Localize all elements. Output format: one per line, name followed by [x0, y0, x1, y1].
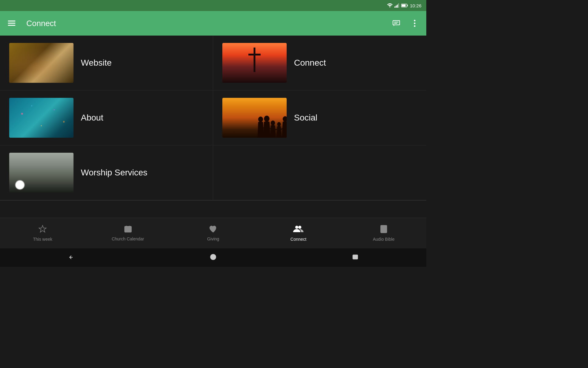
svg-point-39	[210, 254, 216, 260]
svg-rect-0	[394, 6, 395, 8]
app-bar-title: Connect	[26, 19, 385, 28]
book-icon	[380, 225, 387, 235]
worship-image	[9, 153, 74, 193]
more-button[interactable]	[409, 18, 420, 29]
nav-item-connect[interactable]: Connect	[256, 222, 341, 244]
svg-rect-9	[8, 25, 15, 26]
svg-rect-8	[8, 23, 15, 24]
back-button[interactable]	[68, 254, 74, 262]
social-menu-item[interactable]: Social	[213, 90, 426, 145]
status-bar: 10:26	[0, 0, 426, 11]
svg-rect-10	[393, 21, 400, 25]
chat-button[interactable]	[391, 18, 402, 29]
svg-point-21	[283, 116, 287, 122]
svg-point-19	[271, 121, 275, 125]
battery-icon	[401, 4, 408, 7]
svg-point-34	[298, 226, 301, 229]
website-menu-item[interactable]: Website	[0, 36, 213, 90]
social-image	[222, 98, 287, 138]
svg-rect-6	[407, 5, 408, 6]
connect-menu-item[interactable]: Connect	[213, 36, 426, 90]
svg-point-20	[277, 122, 281, 126]
about-menu-item[interactable]: About	[0, 90, 213, 145]
svg-rect-30	[126, 229, 127, 230]
connect-label: Connect	[294, 58, 326, 68]
wifi-icon	[387, 3, 393, 8]
svg-rect-5	[402, 5, 406, 7]
app-bar: Connect	[0, 11, 426, 36]
home-button[interactable]	[210, 254, 217, 262]
about-image	[9, 98, 74, 138]
nav-label-connect: Connect	[290, 237, 306, 242]
worship-menu-item[interactable]: Worship Services	[0, 145, 213, 200]
svg-point-17	[258, 117, 263, 122]
nav-item-church-calendar[interactable]: Church Calendar	[85, 223, 170, 244]
svg-rect-32	[126, 231, 127, 232]
more-icon	[414, 20, 416, 27]
nav-item-audio-bible[interactable]: Audio Bible	[341, 222, 426, 244]
svg-rect-40	[353, 255, 358, 259]
star-icon	[38, 225, 47, 235]
nav-label-church-calendar: Church Calendar	[112, 236, 144, 241]
svg-rect-13	[393, 21, 400, 25]
app-bar-actions	[391, 18, 420, 29]
svg-point-15	[414, 23, 416, 24]
svg-rect-7	[8, 21, 15, 21]
connect-image	[222, 43, 287, 83]
svg-rect-3	[398, 3, 399, 8]
signal-icon	[394, 3, 399, 8]
svg-point-14	[414, 20, 416, 21]
menu-button[interactable]	[6, 18, 17, 29]
worship-label: Worship Services	[81, 168, 147, 178]
system-nav	[0, 248, 426, 267]
svg-point-16	[414, 25, 416, 27]
people-icon	[293, 225, 303, 235]
about-label: About	[81, 113, 103, 123]
status-icons: 10:26	[387, 3, 421, 8]
nav-label-giving: Giving	[207, 236, 219, 241]
svg-point-33	[295, 226, 298, 229]
nav-item-giving[interactable]: Giving	[171, 223, 256, 244]
website-image	[9, 43, 74, 83]
nav-label-this-week: This week	[33, 237, 52, 242]
main-content: Website Connect About	[0, 36, 426, 201]
chat-icon	[392, 20, 400, 27]
nav-item-this-week[interactable]: This week	[0, 222, 85, 244]
svg-rect-1	[396, 6, 397, 8]
svg-rect-35	[381, 225, 387, 233]
recents-button[interactable]	[352, 254, 358, 261]
hamburger-icon	[8, 21, 15, 26]
svg-rect-31	[128, 229, 129, 230]
nav-label-audio-bible: Audio Bible	[373, 237, 394, 242]
status-time: 10:26	[410, 3, 421, 8]
bottom-nav: This week Church Calendar Giving	[0, 218, 426, 248]
website-label: Website	[81, 58, 112, 68]
svg-rect-2	[397, 5, 398, 8]
social-label: Social	[294, 113, 317, 123]
calendar-icon	[124, 225, 132, 235]
empty-cell	[213, 145, 426, 200]
svg-line-24	[275, 129, 277, 130]
heart-icon	[209, 225, 217, 235]
svg-point-18	[264, 116, 270, 122]
